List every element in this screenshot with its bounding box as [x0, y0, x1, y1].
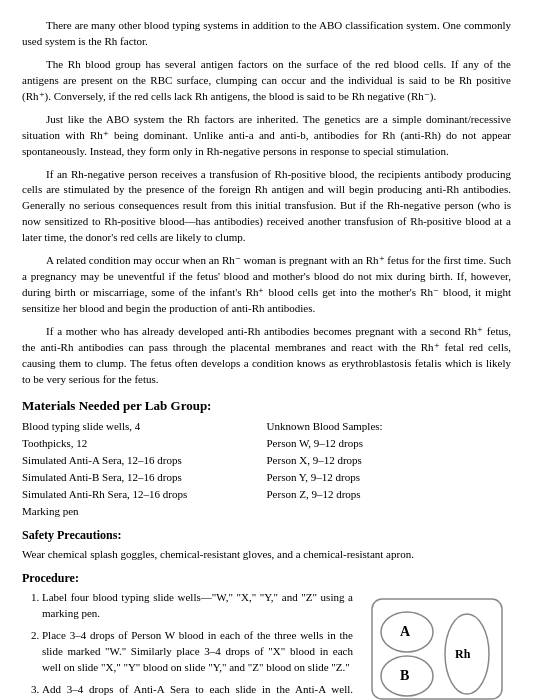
- blood-typing-figure: A B Rh: [367, 594, 507, 700]
- svg-text:A: A: [400, 624, 411, 639]
- material-item-1: Blood typing slide wells, 4: [22, 418, 267, 435]
- paragraph-6: If a mother who has already developed an…: [22, 324, 511, 388]
- paragraph-4: If an Rh-negative person receives a tran…: [22, 167, 511, 247]
- procedure-heading: Procedure:: [22, 571, 511, 586]
- procedure-section: Label four blood typing slide wells—"W,"…: [22, 590, 511, 700]
- materials-right-list: Unknown Blood Samples: Person W, 9–12 dr…: [267, 418, 512, 503]
- person-z: Person Z, 9–12 drops: [267, 486, 512, 503]
- person-y: Person Y, 9–12 drops: [267, 469, 512, 486]
- safety-text: Wear chemical splash goggles, chemical-r…: [22, 547, 511, 563]
- material-item-4: Simulated Anti-B Sera, 12–16 drops: [22, 469, 267, 486]
- step-3: Add 3–4 drops of Anti-A Sera to each sli…: [42, 682, 353, 700]
- step-1: Label four blood typing slide wells—"W,"…: [42, 590, 353, 622]
- materials-left-col: Blood typing slide wells, 4 Toothpicks, …: [22, 418, 267, 520]
- figure-area: A B Rh Figure 1. Blood Typing Slide Well…: [363, 590, 511, 700]
- paragraph-2: The Rh blood group has several antigen f…: [22, 57, 511, 105]
- step-2: Place 3–4 drops of Person W blood in eac…: [42, 628, 353, 676]
- safety-heading: Safety Precautions:: [22, 528, 511, 543]
- person-x: Person X, 9–12 drops: [267, 452, 512, 469]
- material-item-5: Simulated Anti-Rh Sera, 12–16 drops: [22, 486, 267, 503]
- material-item-2: Toothpicks, 12: [22, 435, 267, 452]
- materials-right-col: Unknown Blood Samples: Person W, 9–12 dr…: [267, 418, 512, 520]
- svg-text:Rh: Rh: [455, 647, 471, 661]
- material-item-6: Marking pen: [22, 503, 267, 520]
- paragraph-5: A related condition may occur when an Rh…: [22, 253, 511, 317]
- procedure-steps: Label four blood typing slide wells—"W,"…: [22, 590, 353, 700]
- paragraph-3: Just like the ABO system the Rh factors …: [22, 112, 511, 160]
- materials-section: Blood typing slide wells, 4 Toothpicks, …: [22, 418, 511, 520]
- person-w: Person W, 9–12 drops: [267, 435, 512, 452]
- materials-left-list: Blood typing slide wells, 4 Toothpicks, …: [22, 418, 267, 520]
- material-item-3: Simulated Anti-A Sera, 12–16 drops: [22, 452, 267, 469]
- svg-text:B: B: [400, 668, 409, 683]
- materials-heading: Materials Needed per Lab Group:: [22, 398, 511, 414]
- procedure-list: Label four blood typing slide wells—"W,"…: [22, 590, 353, 700]
- svg-rect-0: [372, 599, 502, 699]
- unknown-heading: Unknown Blood Samples:: [267, 418, 512, 435]
- paragraph-1: There are many other blood typing system…: [22, 18, 511, 50]
